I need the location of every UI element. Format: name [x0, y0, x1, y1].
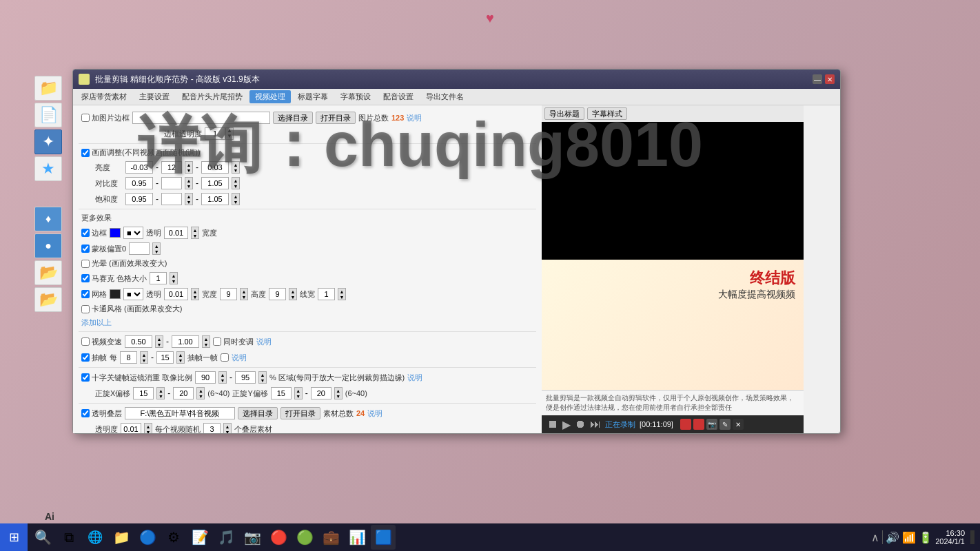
taskbar-app5[interactable]: 🔴 — [266, 525, 291, 550]
sampling-random-checkbox[interactable] — [221, 353, 229, 362]
add-above-link[interactable]: 添加以上 — [81, 318, 112, 328]
menu-audio-settings[interactable]: 配音设置 — [378, 90, 419, 103]
overlay-link[interactable]: 说明 — [367, 408, 382, 419]
start-button[interactable]: ⊞ — [0, 523, 28, 551]
crosshair-checkbox[interactable] — [81, 373, 90, 382]
vignette-spin[interactable]: ▲▼ — [152, 242, 161, 255]
overlay-open-btn[interactable]: 打开目录 — [280, 407, 320, 419]
sampling-drop-input[interactable] — [156, 351, 174, 364]
sampling-random-checkbox-label[interactable] — [221, 353, 229, 362]
menu-main-settings[interactable]: 主要设置 — [134, 90, 175, 103]
border-checkbox[interactable] — [81, 229, 90, 237]
grid-color-select[interactable]: ■ — [123, 288, 143, 300]
minimize-button[interactable]: — — [813, 74, 822, 84]
saturation-max-input[interactable] — [201, 193, 229, 205]
subtitle-style-btn[interactable]: 字幕样式 — [587, 107, 627, 120]
speed-link[interactable]: 说明 — [256, 337, 272, 347]
speed-checkbox[interactable] — [81, 337, 90, 346]
taskbar-chevron[interactable]: ∧ — [871, 531, 879, 544]
crosshair-ratio-input[interactable] — [195, 371, 216, 384]
rec-record-btn[interactable]: ⏺ — [575, 418, 586, 430]
grid-opacity-input[interactable] — [164, 288, 188, 300]
speed-max-spin[interactable]: ▲▼ — [202, 335, 210, 348]
crosshair-x1-spin[interactable]: ▲▼ — [156, 387, 165, 399]
crosshair-y1-input[interactable] — [271, 387, 292, 399]
rec-close-btn[interactable]: ✕ — [733, 419, 744, 430]
sidebar-icon-folder2[interactable]: 📂 — [34, 260, 62, 285]
brightness-spin[interactable]: ▲▼ — [185, 161, 193, 174]
grid-checkbox[interactable] — [81, 290, 90, 298]
taskbar-app8[interactable]: 📊 — [345, 525, 369, 550]
sampling-link[interactable]: 说明 — [232, 353, 247, 363]
crosshair-ratio-spin[interactable]: ▲▼ — [218, 371, 227, 384]
crosshair-x1-input[interactable] — [133, 387, 154, 399]
overlay-opacity-input[interactable] — [121, 423, 141, 433]
sidebar-icon-file[interactable]: 📄 — [34, 103, 62, 127]
sidebar-icon-folder3[interactable]: 📂 — [34, 287, 62, 312]
contrast-max-spin[interactable]: ▲▼ — [232, 177, 240, 189]
mosaic-checkbox[interactable] — [81, 274, 90, 282]
rec-camera-btn[interactable]: 📷 — [706, 419, 717, 430]
brightness-min-input[interactable] — [125, 161, 153, 174]
grid-line-input[interactable] — [318, 288, 335, 300]
menu-dianpai[interactable]: 探店带货素材 — [76, 90, 132, 103]
sampling-every-input[interactable] — [120, 351, 137, 364]
crosshair-y2-input[interactable] — [311, 387, 331, 399]
crosshair-link[interactable]: 说明 — [407, 373, 422, 383]
menu-video-process[interactable]: 视频处理 — [249, 90, 291, 103]
speed-min-input[interactable] — [125, 335, 152, 348]
taskbar-app9[interactable]: 🟦 — [371, 525, 396, 550]
menu-audio[interactable]: 配音片头片尾招势 — [176, 90, 248, 103]
export-title-btn[interactable]: 导出标题 — [544, 107, 584, 120]
menu-subtitle-preset[interactable]: 字幕预设 — [335, 90, 376, 103]
cartoon-checkbox[interactable] — [81, 305, 90, 313]
taskbar-app1[interactable]: ⚙ — [161, 525, 186, 550]
glow-checkbox-label[interactable]: 光晕 (画面效果改变大) — [81, 258, 167, 269]
sidebar-icon-main[interactable]: ✦ — [34, 129, 62, 154]
crosshair-y2-spin[interactable]: ▲▼ — [334, 387, 343, 399]
overlay-checkbox-label[interactable]: 透明叠层 — [81, 408, 122, 419]
close-button[interactable]: ✕ — [825, 74, 835, 84]
glow-checkbox[interactable] — [81, 260, 90, 268]
rec-btn-red1[interactable] — [680, 419, 691, 430]
crosshair-x2-spin[interactable]: ▲▼ — [196, 387, 205, 399]
grid-width-spin[interactable]: ▲▼ — [240, 288, 248, 300]
menu-export[interactable]: 导出文件名 — [420, 90, 469, 103]
crosshair-x2-input[interactable] — [173, 387, 194, 399]
sampling-every-spin[interactable]: ▲▼ — [140, 351, 148, 364]
taskbar-chrome[interactable]: 🔵 — [135, 525, 160, 550]
image-border-select-btn[interactable]: 选择目录 — [273, 112, 313, 124]
taskbar-show-desktop[interactable] — [970, 530, 974, 544]
sampling-checkbox[interactable] — [81, 353, 90, 362]
vignette-checkbox[interactable] — [81, 245, 90, 253]
taskbar-explorer[interactable]: 📁 — [109, 525, 134, 550]
brightness-val-input[interactable] — [161, 161, 182, 174]
sidebar-icon-blue1[interactable]: ♦ — [34, 207, 62, 231]
opacity-spin-buttons[interactable]: ▲▼ — [225, 127, 234, 140]
image-border-path[interactable]: F:\jianj\jianj\图片边框 — [132, 112, 270, 124]
overlay-random-input[interactable] — [203, 423, 221, 433]
grid-opacity-spin[interactable]: ▲▼ — [191, 288, 199, 300]
brightness-max-input[interactable] — [201, 161, 229, 174]
brightness-max-spin[interactable]: ▲▼ — [232, 161, 240, 174]
speed-checkbox-label[interactable]: 视频变速 — [81, 337, 122, 347]
vignette-input[interactable] — [129, 242, 150, 255]
taskbar-battery-icon[interactable]: 🔋 — [919, 531, 932, 544]
crosshair-checkbox-label[interactable]: 十字关键帧运镜消重 取像比例 — [81, 373, 192, 383]
sampling-drop-spin[interactable]: ▲▼ — [176, 351, 185, 364]
frame-adjust-checkbox-label[interactable]: 画面调整(不同视频画面随机(调)) — [81, 147, 201, 158]
grid-height-input[interactable] — [269, 288, 286, 300]
grid-checkbox-label[interactable]: 网格 — [81, 289, 107, 300]
speed-max-input[interactable] — [172, 335, 199, 348]
speed-min-spin[interactable]: ▲▼ — [155, 335, 163, 348]
taskbar-taskview[interactable]: ⧉ — [57, 525, 81, 550]
grid-width-input[interactable] — [220, 288, 237, 300]
taskbar-app4[interactable]: 📷 — [240, 525, 265, 550]
mosaic-spin[interactable]: ▲▼ — [170, 272, 178, 284]
opacity-input[interactable] — [205, 127, 225, 140]
opacity-spinbox[interactable]: ▲▼ — [205, 127, 234, 140]
rec-btn-red2[interactable] — [693, 419, 704, 430]
overlay-random-spin[interactable]: ▲▼ — [223, 423, 232, 433]
border-checkbox-label[interactable]: 边框 — [81, 228, 107, 238]
contrast-val-input[interactable] — [161, 177, 182, 189]
